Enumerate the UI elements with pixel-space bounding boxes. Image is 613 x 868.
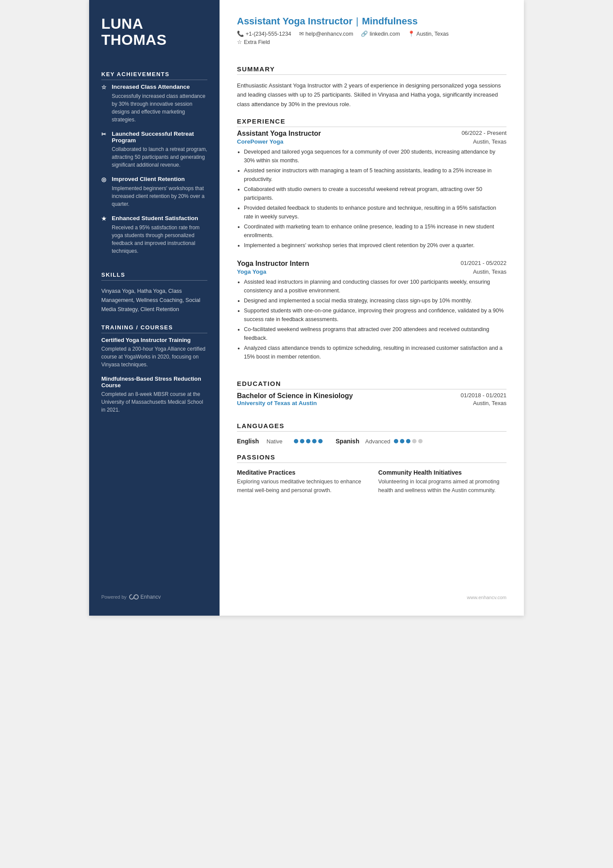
exp-bullet: Supported students with one-on-one guida… [244, 306, 506, 324]
exp-bullet: Analyzed class attendance trends to opti… [244, 344, 506, 361]
key-achievements-title: KEY ACHIEVEMENTS [101, 71, 207, 80]
extra-field-contact: ☆ Extra Field [237, 39, 270, 45]
star-filled-icon: ★ [101, 215, 108, 222]
phone-contact: 📞 +1-(234)-555-1234 [237, 30, 291, 37]
exp-bullet: Implemented a beginners' workshop series… [244, 241, 506, 250]
exp-bullets: Developed and tailored yoga sequences fo… [237, 147, 506, 250]
language-name: Spanish [336, 438, 362, 445]
passion-item: Meditative Practices Exploring various m… [237, 469, 365, 495]
job-title-line: Assistant Yoga Instructor | Mindfulness [237, 16, 506, 27]
education-section-title: EDUCATION [237, 380, 506, 389]
dot-filled [294, 439, 298, 443]
training-item: Certified Yoga Instructor Training Compl… [101, 337, 207, 369]
contact-row: 📞 +1-(234)-555-1234 ✉ help@enhancv.com 🔗… [237, 30, 506, 37]
edu-dates: 01/2018 - 01/2021 [460, 392, 506, 399]
dot-filled [394, 439, 398, 443]
exp-bullets: Assisted lead instructors in planning an… [237, 278, 506, 361]
exp-company: Yoga Yoga [237, 268, 267, 275]
exp-location: Austin, Texas [473, 268, 506, 275]
edu-degree: Bachelor of Science in Kinesiology [237, 392, 353, 400]
edu-location: Austin, Texas [473, 400, 506, 406]
passion-item: Community Health Initiatives Volunteerin… [378, 469, 506, 495]
exp-bullet: Coordinated with marketing team to enhan… [244, 222, 506, 240]
summary-text: Enthusiastic Assistant Yoga Instructor w… [237, 81, 506, 109]
language-level: Advanced [365, 438, 390, 445]
exp-bullet: Co-facilitated weekend wellness programs… [244, 325, 506, 342]
star-contact-icon: ☆ [237, 39, 242, 45]
exp-dates: 01/2021 - 05/2022 [460, 260, 506, 266]
extra-contact-row: ☆ Extra Field [237, 39, 506, 45]
exp-dates: 06/2022 - Present [462, 130, 506, 136]
sidebar-footer: Powered by Enhancv [101, 581, 207, 600]
email-contact: ✉ help@enhancv.com [299, 30, 353, 37]
main-footer: www.enhancv.com [237, 584, 506, 600]
experience-entry: Yoga Instructor Intern 01/2021 - 05/2022… [237, 260, 506, 362]
phone-icon: 📞 [237, 30, 244, 37]
title-divider: | [356, 16, 359, 27]
exp-bullet: Designed and implemented a social media … [244, 296, 506, 305]
language-item: Spanish Advanced [336, 438, 423, 445]
language-item: English Native [237, 438, 323, 445]
exp-bullet: Developed and tailored yoga sequences fo… [244, 147, 506, 165]
resume-header: Assistant Yoga Instructor | Mindfulness … [237, 16, 506, 47]
language-dots [294, 439, 323, 443]
sidebar: LUNA THOMAS KEY ACHIEVEMENTS ☆ Increased… [89, 0, 220, 616]
location-contact: 📍 Austin, Texas [408, 30, 449, 37]
passions-section-title: PASSIONS [237, 453, 506, 463]
link-icon: 🔗 [361, 30, 368, 37]
enhancv-logo: Enhancv [129, 594, 161, 600]
dot-filled [300, 439, 304, 443]
languages-section-title: LANGUAGES [237, 422, 506, 432]
dot-filled [306, 439, 310, 443]
target-icon: ◎ [101, 176, 108, 183]
job-title: Assistant Yoga Instructor [237, 16, 353, 27]
skills-title: SKILLS [101, 271, 207, 281]
exp-bullet: Assisted lead instructors in planning an… [244, 278, 506, 295]
star-outline-icon: ☆ [101, 84, 108, 90]
passion-desc: Exploring various meditative techniques … [237, 478, 365, 495]
dot-empty [418, 439, 423, 443]
achievements-list: ☆ Increased Class Attendance Successfull… [101, 84, 207, 262]
dot-filled [400, 439, 404, 443]
dot-empty [412, 439, 416, 443]
language-name: English [237, 438, 263, 445]
experience-entry: Assistant Yoga Instructor 06/2022 - Pres… [237, 130, 506, 251]
achievement-item: ◎ Improved Client Retention Implemented … [101, 176, 207, 208]
resume-container: LUNA THOMAS KEY ACHIEVEMENTS ☆ Increased… [89, 0, 524, 616]
location-icon: 📍 [408, 30, 415, 37]
education-entry: Bachelor of Science in Kinesiology 01/20… [237, 392, 506, 406]
skills-text: Vinyasa Yoga, Hatha Yoga, Class Manageme… [101, 287, 207, 315]
training-item: Mindfulness-Based Stress Reduction Cours… [101, 375, 207, 414]
edu-school: University of Texas at Austin [237, 400, 317, 406]
experience-section-title: EXPERIENCE [237, 117, 506, 127]
summary-section-title: SUMMARY [237, 65, 506, 75]
exp-location: Austin, Texas [473, 138, 506, 145]
training-title: TRAINING / COURSES [101, 324, 207, 333]
languages-row: English Native Spanish Advanced [237, 438, 506, 445]
exp-title: Yoga Instructor Intern [237, 260, 309, 268]
candidate-name: LUNA THOMAS [101, 16, 207, 48]
exp-title: Assistant Yoga Instructor [237, 130, 321, 137]
linkedin-contact: 🔗 linkedin.com [361, 30, 400, 37]
training-list: Certified Yoga Instructor Training Compl… [101, 337, 207, 421]
passion-title: Meditative Practices [237, 469, 365, 476]
main-content: Assistant Yoga Instructor | Mindfulness … [220, 0, 524, 616]
email-icon: ✉ [299, 30, 304, 37]
exp-company: CorePower Yoga [237, 138, 283, 145]
dot-filled [406, 439, 410, 443]
achievement-item: ✂ Launched Successful Retreat Program Co… [101, 131, 207, 169]
language-level: Native [267, 438, 290, 445]
passion-title: Community Health Initiatives [378, 469, 506, 476]
scissors-icon: ✂ [101, 131, 108, 137]
achievement-item: ★ Enhanced Student Satisfaction Received… [101, 215, 207, 255]
dot-filled [312, 439, 316, 443]
exp-bullet: Assisted senior instructors with managin… [244, 166, 506, 184]
language-dots [394, 439, 423, 443]
dot-filled [318, 439, 323, 443]
passions-row: Meditative Practices Exploring various m… [237, 469, 506, 495]
exp-bullet: Collaborated with studio owners to creat… [244, 185, 506, 202]
exp-bullet: Provided detailed feedback to students t… [244, 204, 506, 221]
passion-desc: Volunteering in local programs aimed at … [378, 478, 506, 495]
achievement-item: ☆ Increased Class Attendance Successfull… [101, 84, 207, 124]
job-subtitle: Mindfulness [362, 16, 417, 27]
